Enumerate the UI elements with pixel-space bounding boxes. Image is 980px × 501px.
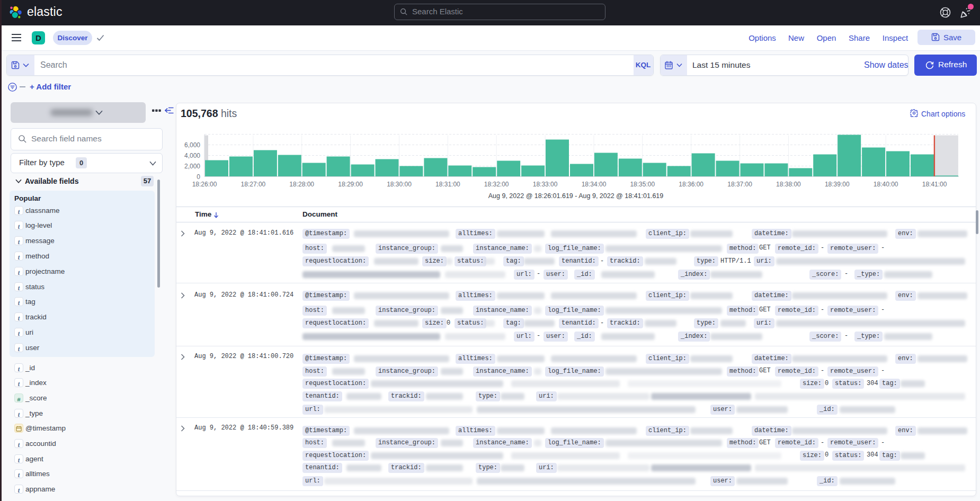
svg-text:18:38:00: 18:38:00 [776, 181, 801, 188]
svg-text:18:36:00: 18:36:00 [679, 181, 703, 188]
svg-text:18:41:00: 18:41:00 [922, 181, 947, 188]
svg-text:18:28:00: 18:28:00 [289, 181, 314, 188]
svg-text:18:29:00: 18:29:00 [338, 181, 363, 188]
svg-text:0: 0 [197, 173, 200, 181]
svg-text:4,000: 4,000 [184, 152, 200, 159]
svg-text:18:27:00: 18:27:00 [241, 181, 266, 188]
svg-text:18:35:00: 18:35:00 [630, 181, 655, 188]
svg-text:6,000: 6,000 [184, 141, 200, 149]
svg-text:18:32:00: 18:32:00 [484, 181, 509, 188]
svg-text:18:33:00: 18:33:00 [533, 181, 558, 188]
svg-text:18:40:00: 18:40:00 [874, 181, 898, 188]
svg-text:18:26:00: 18:26:00 [192, 181, 217, 188]
svg-text:18:30:00: 18:30:00 [387, 181, 412, 188]
svg-text:18:31:00: 18:31:00 [435, 181, 460, 188]
svg-text:18:34:00: 18:34:00 [582, 181, 607, 188]
svg-text:18:37:00: 18:37:00 [727, 181, 752, 188]
svg-text:2,000: 2,000 [184, 163, 200, 170]
svg-text:18:39:00: 18:39:00 [825, 181, 850, 188]
